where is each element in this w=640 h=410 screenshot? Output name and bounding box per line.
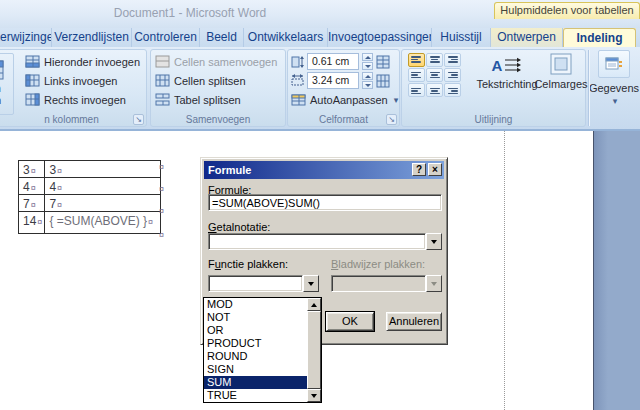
cell-margins-button[interactable]: Celmarges xyxy=(536,52,586,90)
cut-label-line1: ven xyxy=(0,82,1,94)
list-item[interactable]: OR xyxy=(204,324,307,337)
split-cells-button[interactable]: Cellen splitsen xyxy=(155,74,246,88)
insert-right-button[interactable]: Rechts invoegen xyxy=(25,93,126,107)
row-height-up-button[interactable] xyxy=(362,53,373,61)
align-bottom-left-button[interactable] xyxy=(408,83,425,97)
number-format-combobox[interactable] xyxy=(208,233,442,250)
outside-page-background xyxy=(594,131,640,410)
align-top-right-button[interactable] xyxy=(444,53,461,67)
tab-ontwikkelaars[interactable]: Ontwikkelaars xyxy=(244,28,328,47)
row-height-down-button[interactable] xyxy=(362,62,373,70)
row-height-input[interactable]: 0.61 cm xyxy=(307,53,359,70)
table-cell[interactable]: 7¤ xyxy=(45,195,161,212)
list-item[interactable]: SIGN xyxy=(204,363,307,376)
align-bottom-right-button[interactable] xyxy=(444,83,461,97)
list-item-selected[interactable]: SUM xyxy=(204,376,307,389)
insert-left-button[interactable]: Links invoegen xyxy=(25,74,117,88)
end-of-cell-marker: ¤ xyxy=(57,183,62,193)
list-item[interactable]: PRODUCT xyxy=(204,337,307,350)
row-height-control: 0.61 cm xyxy=(291,53,390,70)
tab-invoegtoepassingen[interactable]: Invoegtoepassingen xyxy=(328,28,432,47)
table-cell[interactable]: 4¤ xyxy=(45,178,161,195)
tab-huisstijl[interactable]: Huisstijl xyxy=(432,28,491,47)
insert-left-label: Links invoegen xyxy=(44,75,117,87)
dialog-title: Formule xyxy=(208,164,251,176)
cancel-button[interactable]: Annuleren xyxy=(386,312,442,331)
chevron-down-icon[interactable] xyxy=(426,233,442,250)
column-width-up-button[interactable] xyxy=(362,72,373,80)
scrollbar[interactable] xyxy=(307,298,321,402)
merge-cells-button[interactable]: Cellen samenvoegen xyxy=(155,55,277,69)
tab-beeld[interactable]: Beeld xyxy=(200,28,244,47)
word-window: Document1 - Microsoft Word Hulpmiddelen … xyxy=(0,0,640,410)
align-bottom-center-button[interactable] xyxy=(426,83,443,97)
document-area[interactable]: 3¤ 3¤ 4¤ 4¤ 7¤ 7¤ 14¤ { =SUM(ABOVE) }¤ ¤… xyxy=(0,131,640,410)
dialog-launcher-icon[interactable] xyxy=(386,114,397,125)
table-cell[interactable]: 4¤ xyxy=(19,178,45,195)
end-of-cell-marker: ¤ xyxy=(37,217,42,227)
table-cell[interactable]: { =SUM(ABOVE) }¤ xyxy=(45,212,161,234)
dialog-launcher-icon[interactable] xyxy=(133,114,144,125)
dialog-titlebar[interactable]: Formule xyxy=(204,161,444,179)
table-cell[interactable]: 7¤ xyxy=(19,195,45,212)
list-item[interactable]: ROUND xyxy=(204,350,307,363)
number-format-label: Getalnotatie: xyxy=(208,221,270,233)
end-of-cell-marker: ¤ xyxy=(31,166,36,176)
distribute-columns-icon[interactable] xyxy=(376,74,390,88)
group-label-rows-columns: n kolommen xyxy=(0,114,146,125)
close-icon[interactable] xyxy=(428,163,442,176)
alignment-grid xyxy=(408,53,461,97)
align-center-button[interactable] xyxy=(426,68,443,82)
page-edge xyxy=(593,131,594,410)
group-alignment: A Tekstrichting Celmarges Uitlijning xyxy=(401,49,586,127)
column-width-down-button[interactable] xyxy=(362,81,373,89)
scroll-down-icon[interactable] xyxy=(307,389,321,402)
table-cell[interactable]: 14¤ xyxy=(19,212,45,234)
align-center-right-button[interactable] xyxy=(444,68,461,82)
contextual-tab-group-header: Hulpmiddelen voor tabellen xyxy=(494,2,640,19)
column-width-input[interactable]: 3.24 cm xyxy=(307,72,359,89)
chevron-down-icon xyxy=(611,94,618,106)
table-cell[interactable]: 3¤ xyxy=(19,161,45,178)
tab-ontwerpen[interactable]: Ontwerpen xyxy=(491,28,563,47)
list-item[interactable]: NOT xyxy=(204,311,307,324)
insert-left-icon xyxy=(25,74,40,88)
table-cell[interactable]: 3¤ xyxy=(45,161,161,178)
tab-verzendlijsten[interactable]: Verzendlijsten xyxy=(52,28,132,47)
row-height-icon xyxy=(291,55,304,69)
paste-bookmark-combobox xyxy=(331,275,442,292)
end-of-row-marker: ¤ xyxy=(159,162,164,172)
group-label-cell-size: Celformaat xyxy=(288,114,399,125)
align-top-left-button[interactable] xyxy=(408,53,425,67)
chevron-down-icon[interactable] xyxy=(303,275,319,292)
paste-function-combobox[interactable] xyxy=(208,275,319,292)
tab-indeling[interactable]: Indeling xyxy=(563,28,636,47)
help-icon[interactable] xyxy=(412,163,426,176)
align-top-center-button[interactable] xyxy=(426,53,443,67)
data-group-button[interactable]: Gegevens xyxy=(592,50,636,142)
split-table-button[interactable]: Tabel splitsen xyxy=(155,93,241,107)
ribbon: ven gen Hieronder invoegen xyxy=(0,47,640,131)
group-label-merge: Samenvoegen xyxy=(151,114,285,125)
autofit-button[interactable]: AutoAanpassen xyxy=(291,93,398,107)
autofit-icon xyxy=(291,93,306,107)
group-cell-size: 0.61 cm 3.24 cm xyxy=(287,49,400,127)
tab-controleren[interactable]: Controleren xyxy=(132,28,200,47)
scroll-up-icon[interactable] xyxy=(307,298,321,311)
list-item[interactable]: TRUE xyxy=(204,389,307,402)
distribute-rows-icon[interactable] xyxy=(376,55,390,69)
end-of-row-marker: ¤ xyxy=(159,206,164,216)
formula-input[interactable]: =SUM(ABOVE)SUM() xyxy=(208,194,442,211)
insert-above-button-partial[interactable]: ven gen xyxy=(0,53,14,115)
end-of-cell-marker: ¤ xyxy=(31,200,36,210)
list-item[interactable]: MOD xyxy=(204,298,307,311)
align-center-left-button[interactable] xyxy=(408,68,425,82)
ok-button[interactable]: OK xyxy=(326,312,374,331)
insert-below-button[interactable]: Hieronder invoegen xyxy=(25,55,140,69)
insert-right-label: Rechts invoegen xyxy=(44,94,126,106)
scrollbar-thumb[interactable] xyxy=(307,311,321,389)
split-cells-icon xyxy=(155,74,170,88)
end-of-row-marker: ¤ xyxy=(159,184,164,194)
text-direction-button[interactable]: A Tekstrichting xyxy=(476,52,538,90)
tab-verwijzingen-partial[interactable]: erwijzingen xyxy=(0,28,52,47)
